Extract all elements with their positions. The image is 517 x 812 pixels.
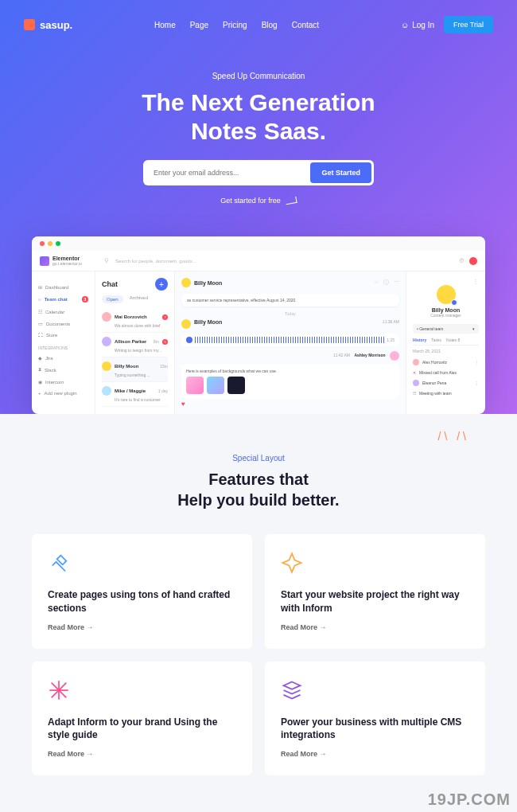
play-icon[interactable] bbox=[186, 337, 192, 343]
app-brand-sub: go.t.elementor.io bbox=[52, 261, 82, 266]
nav-links: Home Page Pricing Blog Contact bbox=[154, 21, 319, 29]
avatar bbox=[181, 278, 191, 287]
profile-avatar bbox=[437, 285, 456, 304]
hero-title: The Next Generation Notes Saas. bbox=[24, 88, 493, 146]
free-trial-button[interactable]: Free Trial bbox=[444, 16, 493, 33]
history-item[interactable]: ☷Meeting with team bbox=[413, 388, 479, 398]
panel-menu-icon[interactable]: ⋮ bbox=[413, 278, 479, 285]
nav-page[interactable]: Page bbox=[190, 21, 208, 29]
email-form: Get Started bbox=[143, 160, 374, 185]
login-link[interactable]: ☺ Log In bbox=[401, 21, 434, 29]
badge: 2 bbox=[162, 314, 168, 320]
window-controls bbox=[32, 236, 485, 251]
chat-title: Chat bbox=[102, 280, 118, 288]
avatar bbox=[102, 386, 111, 396]
info-icon[interactable]: ⓘ bbox=[383, 279, 389, 287]
chevron-down-icon: ▾ bbox=[472, 326, 475, 331]
nav-contact[interactable]: Contact bbox=[292, 21, 319, 29]
sidebar-item-slack[interactable]: ⧗Slack bbox=[38, 364, 88, 376]
sidebar-item-store[interactable]: ⛶Store bbox=[38, 330, 88, 341]
feature-card: Start your website project the right way… bbox=[265, 534, 485, 649]
tab-tasks[interactable]: Tasks bbox=[431, 338, 441, 342]
avatar bbox=[413, 380, 419, 386]
tab-notes[interactable]: Notes 8 bbox=[446, 338, 460, 342]
chat-item[interactable]: Mai Borzovich2 We almost done with brief bbox=[102, 308, 168, 333]
history-date: March 28, 2021 bbox=[413, 349, 479, 353]
profile-panel: ⋮ Billy Moon Content manager • General t… bbox=[406, 271, 485, 414]
nav-home[interactable]: Home bbox=[154, 21, 176, 29]
chat-item[interactable]: Allison Parker8m5 Writing to resign from… bbox=[102, 333, 168, 357]
audio-message[interactable]: 1:25 bbox=[181, 334, 399, 346]
read-more-link[interactable]: Read More → bbox=[48, 623, 236, 631]
thread-name: Billy Moon bbox=[194, 280, 222, 286]
settings-icon[interactable]: ⚙ bbox=[459, 257, 465, 264]
get-started-button[interactable]: Get Started bbox=[310, 162, 371, 183]
tab-history[interactable]: History bbox=[413, 338, 426, 342]
missed-call-icon: ✕ bbox=[413, 370, 416, 375]
msg-time: 11:42 AM bbox=[333, 353, 350, 357]
nav-pricing[interactable]: Pricing bbox=[223, 21, 247, 29]
chat-item[interactable]: Mike / Maggie1 day It's rare to find a c… bbox=[102, 382, 168, 407]
sidebar: ⊞Dashboard ○Team chat3 ☷Calendar ▭Docume… bbox=[32, 271, 95, 414]
read-more-link[interactable]: Read More → bbox=[281, 623, 469, 631]
more-icon[interactable]: ⋯ bbox=[394, 279, 399, 287]
profile-name: Billy Moon bbox=[413, 307, 479, 313]
top-nav: sasup. Home Page Pricing Blog Contact ☺ … bbox=[24, 10, 493, 40]
avatar bbox=[102, 312, 111, 322]
read-more-link[interactable]: Read More → bbox=[48, 750, 236, 758]
sidebar-item-intercom[interactable]: ◉Intercom bbox=[38, 376, 88, 388]
chat-item[interactable]: Billy Moon15m Typing something ... bbox=[102, 357, 168, 382]
history-item[interactable]: Eleanor Pena⋮ bbox=[413, 377, 479, 388]
msg-time: 11:36 AM bbox=[383, 319, 399, 324]
feature-card: Power your business with multiple CMS in… bbox=[265, 662, 485, 776]
watermark: 19JP.COM bbox=[428, 791, 511, 809]
heart-icon[interactable]: ♥ bbox=[181, 400, 399, 408]
hero-eyebrow: Speed Up Communication bbox=[24, 72, 493, 80]
tab-archived[interactable]: Archived bbox=[130, 295, 148, 303]
add-chat-button[interactable]: + bbox=[155, 278, 168, 291]
features-title: Features that Help you build better. bbox=[32, 469, 485, 510]
tab-open[interactable]: Open bbox=[102, 295, 123, 303]
design-icon bbox=[48, 679, 70, 701]
date-divider: Today bbox=[181, 311, 399, 316]
avatar bbox=[102, 337, 111, 346]
sidebar-item-addplugin[interactable]: +Add new plugin bbox=[38, 388, 88, 399]
sidebar-item-calendar[interactable]: ☷Calendar bbox=[38, 306, 88, 318]
read-more-link[interactable]: Read More → bbox=[281, 750, 469, 758]
team-select[interactable]: • General team▾ bbox=[413, 324, 479, 334]
chat-thread: Billy Moon ☆ ⓘ ⋯ as customer service rep… bbox=[175, 271, 406, 414]
avatar bbox=[102, 361, 111, 371]
swatch[interactable] bbox=[186, 377, 204, 394]
features-section: /\ /\ Special Layout Features that Help … bbox=[0, 414, 517, 812]
email-input[interactable] bbox=[146, 162, 310, 183]
history-item[interactable]: Alex Horrovitz⋮ bbox=[413, 357, 479, 368]
nav-blog[interactable]: Blog bbox=[262, 21, 278, 29]
user-icon: ☺ bbox=[401, 21, 409, 29]
sidebar-item-jira[interactable]: ◆Jira bbox=[38, 352, 88, 364]
more-icon[interactable]: ⋮ bbox=[475, 360, 479, 365]
swatch[interactable] bbox=[227, 377, 245, 394]
avatar bbox=[390, 351, 399, 361]
sidebar-item-teamchat[interactable]: ○Team chat3 bbox=[38, 293, 88, 306]
search-input[interactable]: Search for people, document, goods... bbox=[115, 259, 453, 264]
sidebar-item-documents[interactable]: ▭Documents bbox=[38, 318, 88, 330]
swatch[interactable] bbox=[207, 377, 224, 394]
logo[interactable]: sasup. bbox=[24, 19, 72, 31]
feature-card: Create pages using tons of hand crafted … bbox=[32, 534, 252, 649]
notification-badge[interactable] bbox=[469, 257, 477, 265]
app-brand-icon bbox=[40, 256, 49, 266]
history-item[interactable]: ✕Missed call from Alex bbox=[413, 368, 479, 377]
more-icon[interactable]: ⋮ bbox=[475, 381, 479, 385]
layers-icon bbox=[281, 679, 303, 701]
logo-text: sasup. bbox=[40, 19, 72, 31]
rocket-icon bbox=[281, 552, 303, 574]
arrow-icon bbox=[285, 197, 297, 205]
logo-icon bbox=[24, 19, 35, 30]
feature-card: Adapt Inform to your brand Using the sty… bbox=[32, 662, 252, 776]
login-label: Log In bbox=[412, 21, 434, 29]
free-text: Get started for free bbox=[24, 197, 493, 205]
search-icon: ⚲ bbox=[104, 257, 109, 264]
sidebar-item-dashboard[interactable]: ⊞Dashboard bbox=[38, 281, 88, 293]
star-icon[interactable]: ☆ bbox=[374, 279, 379, 287]
profile-role: Content manager bbox=[413, 313, 479, 318]
